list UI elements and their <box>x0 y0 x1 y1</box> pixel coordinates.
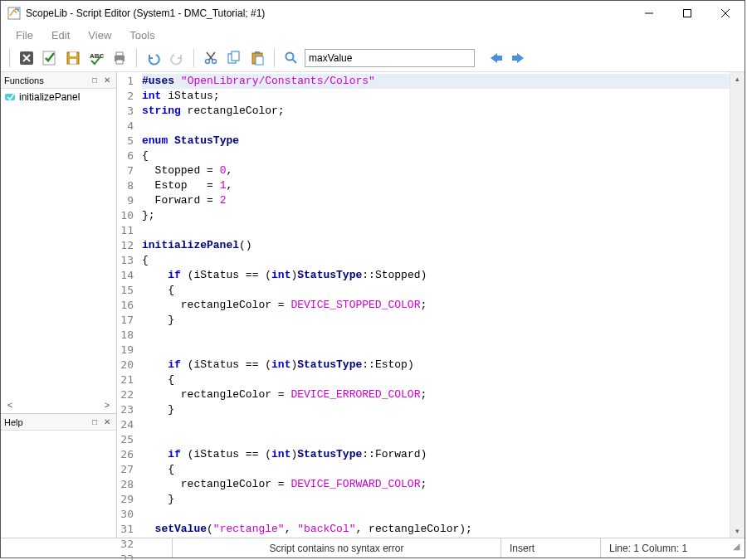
line-number: 3 <box>117 104 134 119</box>
code-line[interactable]: if (iStatus == (int)StatusType::Forward) <box>142 447 730 462</box>
code-line[interactable]: } <box>142 537 730 538</box>
code-line[interactable]: enum StatusType <box>142 134 730 149</box>
redo-icon[interactable] <box>167 48 187 68</box>
code-line[interactable]: setValue("rectangle", "backCol", rectang… <box>142 522 730 537</box>
functions-hscroll[interactable]: < > <box>4 398 113 411</box>
code-line[interactable] <box>142 417 730 432</box>
help-panel-title: Help <box>4 417 88 427</box>
help-panel-body <box>1 431 116 538</box>
code-line[interactable]: } <box>142 402 730 417</box>
functions-list: initializePanel < > <box>1 89 116 413</box>
menu-file[interactable]: File <box>7 27 42 43</box>
function-item[interactable]: initializePanel <box>2 90 115 104</box>
code-line[interactable]: #uses "OpenLibrary/Constants/Colors" <box>142 74 730 89</box>
help-panel-header: Help □ ✕ <box>1 414 116 431</box>
scroll-down-icon[interactable]: ▾ <box>730 524 745 538</box>
line-number: 33 <box>117 552 134 560</box>
code-editor[interactable]: 1234567891011121314151617181920212223242… <box>117 72 745 538</box>
search-input[interactable] <box>305 49 475 67</box>
code-line[interactable]: rectangleColor = DEVICE_ERRORED_COLOR; <box>142 387 730 402</box>
functions-panel-header: Functions □ ✕ <box>1 72 116 89</box>
close-button[interactable] <box>706 2 745 25</box>
print-icon[interactable] <box>110 48 129 68</box>
line-number: 27 <box>117 462 134 477</box>
save-check-icon[interactable] <box>40 48 60 68</box>
copy-icon[interactable] <box>224 48 244 68</box>
line-number: 10 <box>117 208 134 223</box>
svg-rect-2 <box>684 10 691 17</box>
search-prev-icon[interactable] <box>486 50 505 66</box>
menu-bar: File Edit View Tools <box>1 26 745 44</box>
scroll-left-icon[interactable]: < <box>4 400 16 410</box>
code-line[interactable]: { <box>142 373 730 387</box>
functions-panel-title: Functions <box>4 75 88 85</box>
code-line[interactable]: }; <box>142 208 730 223</box>
code-line[interactable]: { <box>142 253 730 268</box>
svg-rect-22 <box>512 56 517 61</box>
line-number: 29 <box>117 492 134 507</box>
line-number: 9 <box>117 193 134 208</box>
line-number: 31 <box>117 522 134 537</box>
scroll-right-icon[interactable]: > <box>101 400 113 410</box>
svg-rect-15 <box>232 51 239 61</box>
toolbar: ABC <box>1 44 745 72</box>
undo-icon[interactable] <box>144 48 164 68</box>
line-number: 16 <box>117 298 134 313</box>
scroll-up-icon[interactable]: ▴ <box>730 72 745 85</box>
resize-grip-icon[interactable]: ◢ <box>725 541 740 556</box>
line-number: 6 <box>117 149 134 163</box>
code-line[interactable] <box>142 119 730 134</box>
line-number: 30 <box>117 507 134 522</box>
code-line[interactable] <box>142 328 730 343</box>
find-icon[interactable] <box>281 48 301 68</box>
code-area[interactable]: #uses "OpenLibrary/Constants/Colors"int … <box>139 72 730 538</box>
panel-undock-icon[interactable]: □ <box>89 75 100 86</box>
code-line[interactable]: if (iStatus == (int)StatusType::Estop) <box>142 358 730 373</box>
code-line[interactable]: Forward = 2 <box>142 193 730 208</box>
code-line[interactable]: } <box>142 492 730 507</box>
line-number: 32 <box>117 537 134 552</box>
save-icon[interactable] <box>63 48 83 68</box>
code-line[interactable]: rectangleColor = DEVICE_STOPPED_COLOR; <box>142 298 730 313</box>
search-next-icon[interactable] <box>510 50 528 66</box>
svg-point-19 <box>286 52 294 60</box>
line-number: 18 <box>117 328 134 343</box>
vertical-scrollbar[interactable]: ▴ ▾ <box>730 72 745 538</box>
line-gutter: 1234567891011121314151617181920212223242… <box>117 72 139 538</box>
panel-close-icon[interactable]: ✕ <box>101 416 113 428</box>
menu-edit[interactable]: Edit <box>43 27 78 43</box>
cut-icon[interactable] <box>201 48 221 68</box>
panel-undock-icon[interactable]: □ <box>89 416 100 428</box>
minimize-button[interactable] <box>630 2 668 25</box>
code-line[interactable]: initializePanel() <box>142 238 730 253</box>
code-line[interactable]: { <box>142 283 730 298</box>
status-syntax: Script contains no syntax error <box>172 538 500 558</box>
maximize-button[interactable] <box>668 2 706 25</box>
line-number: 15 <box>117 283 134 298</box>
code-line[interactable] <box>142 223 730 238</box>
code-line[interactable]: if (iStatus == (int)StatusType::Stopped) <box>142 268 730 283</box>
line-number: 22 <box>117 387 134 402</box>
code-line[interactable]: } <box>142 313 730 328</box>
line-number: 12 <box>117 238 134 253</box>
code-line[interactable]: { <box>142 149 730 163</box>
line-number: 19 <box>117 343 134 358</box>
code-line[interactable]: Estop = 1, <box>142 178 730 193</box>
function-label: initializePanel <box>19 91 80 103</box>
code-line[interactable] <box>142 507 730 522</box>
panel-close-icon[interactable]: ✕ <box>101 75 113 86</box>
code-line[interactable] <box>142 432 730 447</box>
line-number: 14 <box>117 268 134 283</box>
spellcheck-icon[interactable]: ABC <box>86 48 106 68</box>
code-line[interactable]: { <box>142 462 730 477</box>
menu-view[interactable]: View <box>80 27 120 43</box>
code-line[interactable] <box>142 343 730 358</box>
code-line[interactable]: int iStatus; <box>142 89 730 104</box>
menu-tools[interactable]: Tools <box>121 27 163 43</box>
code-line[interactable]: rectangleColor = DEVICE_FORWARD_COLOR; <box>142 477 730 492</box>
code-line[interactable]: Stopped = 0, <box>142 163 730 178</box>
paste-icon[interactable] <box>247 48 267 68</box>
window-title: ScopeLib - Script Editor (System1 - DMC_… <box>26 7 630 19</box>
code-line[interactable]: string rectangleColor; <box>142 104 730 119</box>
close-dark-icon[interactable] <box>17 48 37 68</box>
